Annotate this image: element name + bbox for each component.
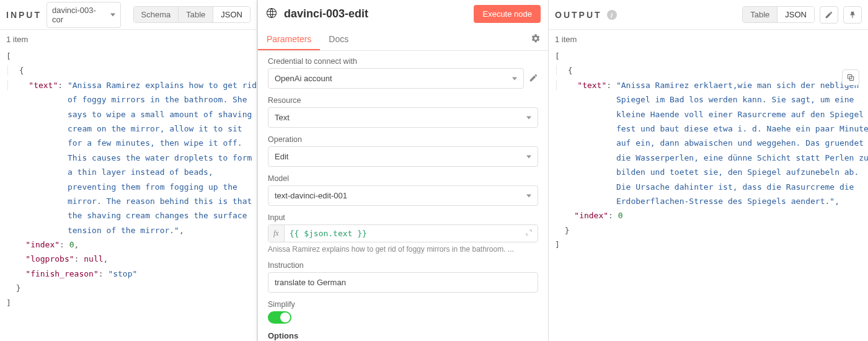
output-view-tabs: Table JSON [742, 6, 815, 23]
json-str: "Anissa Ramirez explains how to get rid … [68, 78, 257, 237]
resource-field: Resource Text [268, 96, 538, 128]
operation-field: Operation Edit [268, 135, 538, 167]
edit-output-icon[interactable] [820, 6, 838, 24]
input-view-tabs: Schema Table JSON [133, 6, 250, 23]
svg-point-0 [267, 9, 277, 18]
expression-value[interactable]: {{ $json.text }} [285, 225, 520, 242]
copy-icon[interactable] [842, 69, 859, 86]
input-preview: Anissa Ramirez explains how to get rid o… [268, 245, 538, 254]
model-select[interactable]: text-davinci-edit-001 [268, 185, 538, 206]
input-item-count: 1 item [0, 30, 257, 46]
resource-label: Resource [268, 96, 538, 105]
expand-icon[interactable] [520, 225, 538, 242]
edit-credential-icon[interactable] [529, 73, 538, 84]
input-source-select[interactable]: davinci-003-cor [46, 2, 121, 28]
operation-label: Operation [268, 135, 538, 144]
output-panel: OUTPUT i Table JSON 1 item [ { "text": "… [549, 0, 868, 341]
input-label: Input [268, 213, 538, 222]
fx-badge: fx [268, 225, 285, 242]
info-icon[interactable]: i [607, 10, 617, 20]
input-header: INPUT davinci-003-cor Schema Table JSON [0, 0, 257, 30]
json-key: "text" [577, 81, 606, 90]
tab-schema[interactable]: Schema [134, 7, 179, 22]
node-tabs: Parameters Docs [258, 28, 548, 51]
output-title: OUTPUT [555, 10, 602, 20]
execute-node-button[interactable]: Execute node [474, 5, 541, 23]
credential-field: Credential to connect with OpenAi accoun… [268, 57, 538, 89]
input-title: INPUT [6, 10, 42, 20]
simplify-toggle[interactable] [268, 311, 291, 324]
input-expression[interactable]: fx {{ $json.text }} [268, 224, 538, 242]
tab-json-out[interactable]: JSON [777, 7, 814, 22]
credential-select[interactable]: OpenAi account [268, 68, 524, 89]
output-json-view[interactable]: [ { "text": "Anissa Ramirez erklaert,wie… [549, 46, 868, 341]
json-str: "Anissa Ramirez erklaert,wie man sich de… [616, 78, 868, 209]
simplify-label: Simplify [268, 300, 538, 309]
operation-select[interactable]: Edit [268, 146, 538, 167]
output-item-count: 1 item [549, 30, 868, 46]
output-header: OUTPUT i Table JSON [549, 0, 868, 30]
input-field: Input fx {{ $json.text }} Anissa Ramirez… [268, 213, 538, 254]
input-json-view[interactable]: [ { "text": "Anissa Ramirez explains how… [0, 46, 257, 341]
simplify-field: Simplify [268, 300, 538, 324]
pin-icon[interactable] [843, 6, 862, 24]
node-title: davinci-003-edit [284, 7, 467, 20]
input-panel: INPUT davinci-003-cor Schema Table JSON … [0, 0, 257, 341]
openai-icon [265, 7, 278, 21]
node-panel: davinci-003-edit Execute node Parameters… [257, 0, 549, 341]
tab-docs[interactable]: Docs [320, 28, 357, 50]
instruction-input[interactable] [268, 272, 538, 293]
options-heading: Options [268, 331, 538, 340]
tab-parameters[interactable]: Parameters [258, 28, 320, 50]
resource-select[interactable]: Text [268, 107, 538, 128]
model-field: Model text-davinci-edit-001 [268, 174, 538, 206]
model-label: Model [268, 174, 538, 183]
gear-icon[interactable] [531, 33, 541, 45]
node-header: davinci-003-edit Execute node [258, 0, 548, 28]
instruction-field: Instruction [268, 261, 538, 293]
tab-json[interactable]: JSON [213, 7, 250, 22]
tab-table[interactable]: Table [178, 7, 213, 22]
json-key: "text" [29, 81, 58, 90]
parameters-form: Credential to connect with OpenAi accoun… [258, 51, 548, 341]
tab-table-out[interactable]: Table [743, 7, 777, 22]
credential-label: Credential to connect with [268, 57, 538, 66]
instruction-label: Instruction [268, 261, 538, 270]
